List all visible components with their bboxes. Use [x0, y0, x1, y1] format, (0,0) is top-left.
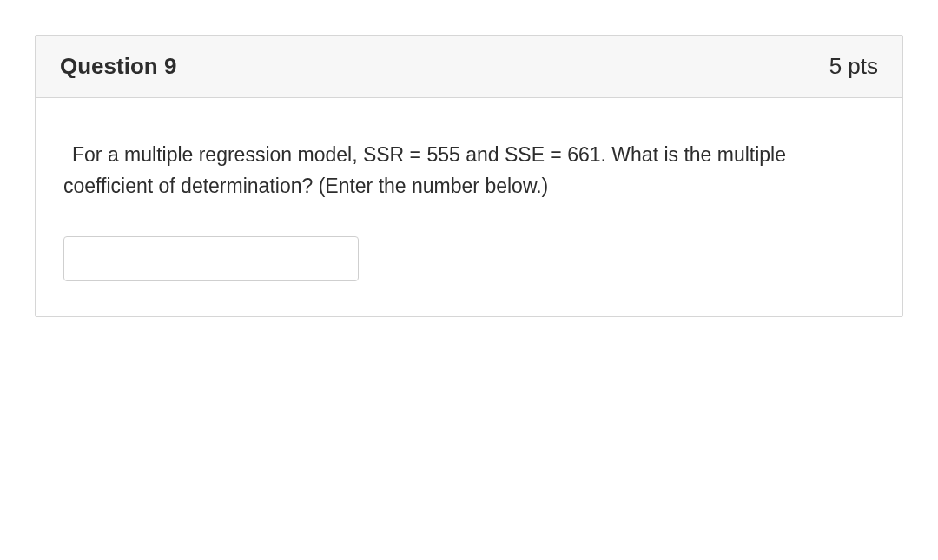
question-header: Question 9 5 pts	[36, 36, 902, 98]
question-body: For a multiple regression model, SSR = 5…	[36, 98, 902, 316]
answer-input[interactable]	[63, 236, 359, 281]
question-prompt: For a multiple regression model, SSR = 5…	[63, 140, 875, 201]
question-card: Question 9 5 pts For a multiple regressi…	[35, 35, 903, 317]
question-points: 5 pts	[829, 53, 878, 80]
question-title: Question 9	[60, 53, 176, 80]
